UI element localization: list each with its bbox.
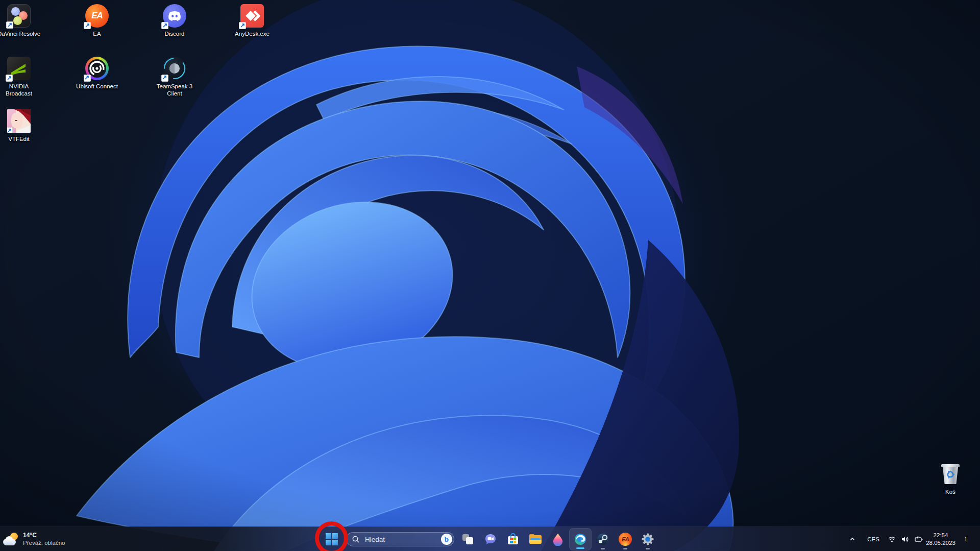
desktop-icon-teamspeak[interactable]: TeamSpeak 3 Client bbox=[150, 57, 199, 98]
desktop-icon-davinci-resolve[interactable]: DaVinci Resolve bbox=[0, 4, 43, 37]
ea-app-icon: EA bbox=[619, 533, 632, 546]
desktop-icon-nvidia-broadcast[interactable]: NVIDIA Broadcast bbox=[0, 57, 43, 98]
davinci-resolve-icon bbox=[7, 4, 31, 28]
nvidia-broadcast-icon bbox=[7, 57, 31, 80]
bing-icon[interactable]: b bbox=[441, 534, 452, 545]
settings-gear-icon bbox=[641, 533, 654, 546]
tray-time: 22:54 bbox=[934, 532, 948, 539]
wallpaper-bloom bbox=[0, 0, 980, 551]
shortcut-arrow-icon bbox=[84, 75, 91, 82]
language-indicator[interactable]: CES bbox=[864, 529, 883, 549]
shortcut-arrow-icon bbox=[84, 22, 91, 29]
notification-badge[interactable]: 1 bbox=[962, 529, 970, 549]
vtfedit-icon bbox=[7, 109, 31, 133]
taskbar-app-chat[interactable] bbox=[479, 528, 502, 550]
desktop-icon-label: Discord bbox=[165, 30, 185, 37]
taskbar-app-task-view[interactable] bbox=[457, 528, 479, 550]
file-explorer-icon bbox=[529, 533, 542, 546]
steam-icon bbox=[596, 533, 609, 546]
tray-date: 28.05.2023 bbox=[926, 539, 955, 547]
taskbar-app-ea[interactable]: EA bbox=[614, 528, 636, 550]
shortcut-arrow-icon bbox=[161, 22, 168, 29]
shortcut-arrow-icon bbox=[239, 22, 246, 29]
desktop-icon-label: EA bbox=[93, 30, 101, 37]
bing-logo-text: b bbox=[445, 535, 449, 544]
anydesk-icon bbox=[240, 4, 264, 28]
ea-logo-text: EA bbox=[91, 11, 103, 21]
desktop-icon-label: VTFEdit bbox=[8, 135, 30, 142]
desktop-icon-label: DaVinci Resolve bbox=[0, 30, 40, 37]
desktop: DaVinci Resolve EA EA Discord bbox=[0, 0, 980, 551]
desktop-icon-label: Koš bbox=[945, 488, 955, 495]
tray-chevron-up-button[interactable] bbox=[843, 529, 862, 549]
taskbar-app-microsoft-store[interactable] bbox=[502, 528, 524, 550]
shortcut-arrow-icon bbox=[161, 75, 168, 82]
desktop-icon-label: NVIDIA Broadcast bbox=[0, 83, 41, 98]
tray-status-icons-button[interactable] bbox=[883, 529, 928, 549]
desktop-icon-label: Ubisoft Connect bbox=[76, 83, 118, 90]
desktop-icon-vtfedit[interactable]: VTFEdit bbox=[0, 109, 43, 142]
teamspeak-icon bbox=[163, 57, 186, 80]
desktop-icon-recycle-bin[interactable]: Koš bbox=[926, 462, 975, 495]
recycle-bin-icon bbox=[939, 462, 962, 486]
wifi-icon bbox=[888, 535, 896, 543]
active-window-indicator bbox=[576, 547, 584, 549]
shortcut-arrow-icon bbox=[7, 127, 13, 133]
discord-icon bbox=[163, 4, 186, 28]
taskbar-app-paint-droplet[interactable] bbox=[547, 528, 569, 550]
desktop-icon-label: AnyDesk.exe bbox=[235, 30, 270, 37]
running-app-indicator bbox=[646, 548, 650, 549]
annotation-red-circle bbox=[315, 521, 348, 551]
desktop-icon-ubisoft-connect[interactable]: Ubisoft Connect bbox=[72, 57, 121, 90]
shortcut-arrow-icon bbox=[6, 75, 13, 82]
chevron-up-icon bbox=[849, 536, 856, 543]
desktop-icon-discord[interactable]: Discord bbox=[150, 4, 199, 37]
taskbar: 14°C Převáž. oblačno b bbox=[0, 526, 980, 551]
search-box[interactable]: b bbox=[346, 532, 454, 546]
volume-icon bbox=[901, 535, 910, 543]
desktop-icon-label: TeamSpeak 3 Client bbox=[153, 83, 197, 98]
ea-logo-text: EA bbox=[622, 536, 628, 542]
clock[interactable]: 22:54 28.05.2023 bbox=[922, 529, 960, 549]
running-app-indicator bbox=[601, 548, 605, 549]
weather-icon bbox=[3, 533, 18, 546]
weather-temperature: 14°C bbox=[23, 532, 37, 539]
colorful-droplet-icon bbox=[551, 533, 565, 546]
ea-icon: EA bbox=[85, 4, 109, 28]
search-input[interactable] bbox=[364, 535, 441, 544]
weather-condition: Převáž. oblačno bbox=[23, 539, 65, 546]
ubisoft-connect-icon bbox=[85, 57, 109, 80]
widgets-weather-button[interactable]: 14°C Převáž. oblačno bbox=[3, 529, 65, 549]
search-icon bbox=[352, 535, 360, 543]
microsoft-edge-icon bbox=[574, 533, 587, 546]
taskbar-app-microsoft-edge[interactable] bbox=[569, 528, 592, 550]
taskbar-app-settings[interactable] bbox=[636, 528, 659, 550]
desktop-icon-ea[interactable]: EA EA bbox=[72, 4, 121, 37]
desktop-icon-anydesk[interactable]: AnyDesk.exe bbox=[228, 4, 277, 37]
chat-icon bbox=[484, 533, 497, 546]
microsoft-store-icon bbox=[506, 533, 520, 546]
taskbar-app-file-explorer[interactable] bbox=[524, 528, 547, 550]
shortcut-arrow-icon bbox=[6, 21, 13, 29]
running-app-indicator bbox=[623, 548, 627, 549]
taskbar-app-steam[interactable] bbox=[592, 528, 614, 550]
task-view-icon bbox=[461, 533, 475, 546]
